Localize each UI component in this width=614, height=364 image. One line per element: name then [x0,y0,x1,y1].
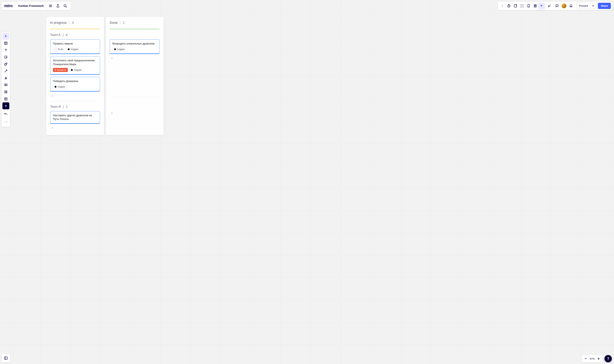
more-tools-button[interactable] [2,102,9,109]
sticky-tool[interactable] [2,54,9,61]
user-dot-icon [71,69,73,71]
zoom-in-button[interactable] [595,355,602,362]
user-avatar[interactable] [562,3,567,8]
card-title: Править миром [53,42,97,45]
user-dot-icon [55,86,56,88]
add-card-button[interactable]: + [50,94,55,98]
column-count: 1 [123,21,125,25]
team-block: Возродить уникальных драконов Алдуин + [110,33,159,61]
frame-tool[interactable] [2,89,9,95]
template-icon [4,41,8,45]
panel-icon [4,356,8,360]
column-count: 4 [72,21,74,25]
kanban-card[interactable]: Править миром To do Алдуин [50,39,100,54]
select-tool[interactable] [2,33,9,40]
card-title: Возродить уникальных драконов [112,42,157,45]
chevron-right-icon [501,4,504,8]
undo-icon [4,112,8,116]
svg-rect-11 [5,84,7,86]
add-card-button[interactable]: + [110,111,114,115]
topbar-right: Present Share [537,2,612,10]
svg-point-3 [516,5,517,5]
user-tag[interactable]: Алдуин [112,47,126,51]
status-tag-inprogress[interactable]: В процессе [53,68,68,72]
connector-tool[interactable] [2,67,9,75]
board-title[interactable]: Kanban Framework [15,2,47,10]
templates-tool[interactable] [2,40,9,47]
comments-button[interactable] [554,2,560,9]
separator: | [69,21,70,25]
tag-label: Алдуин [117,48,125,51]
zoom-out-button[interactable] [583,355,589,362]
team-name: Team B [50,105,61,109]
hamburger-icon [49,4,52,8]
text-icon [4,48,8,52]
hide-cursors-button[interactable] [538,2,545,9]
timer-button[interactable] [506,2,512,9]
attention-icon [520,4,524,8]
tool-rail [2,32,10,110]
reactions-button[interactable] [546,2,553,9]
upload-tool[interactable] [2,95,9,102]
user-tag[interactable]: Алдуин [53,85,67,89]
shape-icon [4,62,8,66]
tag-label: To do [58,48,63,51]
minus-icon [584,357,587,360]
team-block: Team B | 1 Наставить других драконов на … [50,105,100,130]
panel-toggle-button[interactable] [2,354,10,362]
column-name: Done [110,21,118,25]
talktrack-button[interactable] [525,2,532,9]
shape-tool[interactable] [2,61,9,67]
export-icon [56,4,60,8]
user-tag[interactable]: Алдуин [66,47,80,51]
export-button[interactable] [54,2,62,10]
redo-icon [4,120,8,124]
separator: | [120,21,121,25]
present-dropdown-button[interactable] [591,3,596,9]
team-separator [50,101,100,101]
app-logo[interactable]: miro [4,4,15,8]
user-tag[interactable]: Алдуин [69,68,83,72]
tag-label: Алдуин [71,48,78,51]
team-block: Team A | 4 Править миром To do Алдуин Ис… [50,33,100,98]
notifications-button[interactable] [568,2,574,9]
pointer-icon [4,34,8,38]
separator: | [63,33,64,37]
kanban-card[interactable]: Возродить уникальных драконов Алдуин [110,39,159,54]
chevron-down-icon [592,5,595,7]
add-card-button[interactable]: + [50,126,55,130]
svg-point-0 [64,5,66,7]
kanban-card[interactable]: Победить Довакина Алдуин [50,77,100,91]
team-header: Team A | 4 [50,33,100,39]
upload-icon [4,97,8,101]
search-button[interactable] [62,2,69,10]
zoom-bar: 97% [582,355,603,362]
pen-tool[interactable] [2,75,9,81]
status-tag-todo[interactable]: To do [53,47,65,51]
kanban-column-in-progress[interactable]: In progress | 4 Team A | 4 Править миром… [46,17,104,135]
board-menu-button[interactable] [47,2,54,10]
arrow-icon [4,69,8,73]
undo-button[interactable] [2,111,9,117]
zoom-percent[interactable]: 97% [589,357,595,360]
add-card-button[interactable]: + [110,56,114,61]
voting-icon [514,4,517,8]
attention-button[interactable] [519,2,525,9]
kanban-card[interactable]: Исполнить своё предназначение Пожирателя… [50,56,100,74]
cursor-icon [540,4,544,8]
team-count: 4 [66,33,67,37]
help-button[interactable]: ? [604,355,612,362]
comment-tool[interactable] [2,81,9,89]
collapse-center-button[interactable] [499,2,506,9]
redo-button[interactable] [2,119,9,126]
text-tool[interactable] [2,47,9,54]
tag-row: To do Алдуин [53,47,97,51]
kanban-card[interactable]: Наставить других драконов на Путь Голоса [50,111,100,123]
notes-icon [533,4,537,8]
kanban-column-done[interactable]: Done | 1 Возродить уникальных драконов А… [106,17,164,135]
voting-button[interactable] [512,2,519,9]
card-title: Победить Довакина [53,79,97,83]
comment-icon [555,4,559,8]
share-button[interactable]: Share [598,3,611,9]
present-button[interactable]: Present [577,3,591,9]
